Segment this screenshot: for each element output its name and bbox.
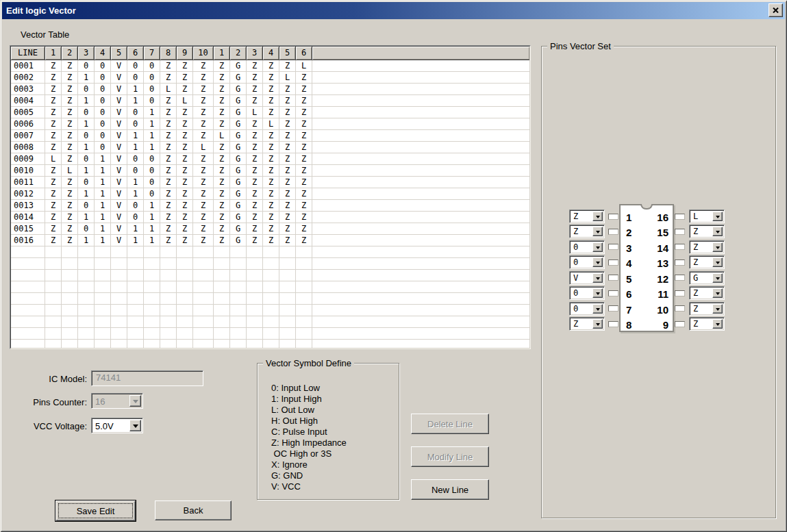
vector-value-cell: 1 [95, 188, 111, 200]
vector-value-cell [78, 246, 95, 258]
pin-6-select[interactable]: 0 [569, 286, 605, 300]
table-row[interactable]: 0009LZ01V00ZZZZGZZZZ [11, 153, 529, 165]
chevron-down-icon[interactable] [592, 242, 603, 252]
vector-value-cell: Z [247, 188, 263, 200]
table-row[interactable] [11, 340, 529, 349]
table-row[interactable]: 0012ZZ11V10ZZZZGZZZZ [11, 188, 529, 200]
vector-value-cell [78, 293, 95, 305]
pin-14-select[interactable]: Z [689, 240, 725, 254]
chevron-down-icon[interactable] [712, 319, 723, 329]
chevron-down-icon[interactable] [592, 288, 603, 298]
line-number-cell [11, 246, 45, 258]
chevron-down-icon[interactable] [712, 273, 723, 283]
table-row[interactable]: 0002ZZ10V00ZZZZGZZLZ [11, 72, 529, 84]
vector-value-cell: L [263, 118, 279, 130]
table-row[interactable]: 0010ZL11V00ZZZZGZZZZ [11, 165, 529, 177]
table-row[interactable]: 0007ZZ00V11ZZZLGZZZZ [11, 130, 529, 142]
titlebar[interactable]: Edit logic Vector [2, 2, 785, 19]
vector-value-cell: V [111, 60, 127, 72]
table-row[interactable] [11, 328, 529, 340]
vector-value-cell: Z [160, 188, 177, 200]
close-button[interactable] [769, 3, 783, 17]
ic-model-field[interactable]: 74141 [91, 370, 203, 386]
vector-value-cell: Z [296, 188, 312, 200]
vector-value-cell: 1 [95, 153, 111, 165]
table-row[interactable] [11, 270, 529, 281]
chevron-down-icon[interactable] [712, 227, 723, 236]
vector-value-cell [111, 316, 127, 328]
vector-value-cell: 0 [144, 84, 160, 95]
pin-8-select[interactable]: Z [569, 317, 605, 331]
table-row[interactable] [11, 258, 529, 270]
table-row[interactable]: 0015ZZ01V11ZZZZGZZZZ [11, 223, 529, 235]
chevron-down-icon[interactable] [129, 420, 141, 431]
chevron-down-icon[interactable] [592, 212, 603, 221]
vector-value-cell [247, 328, 263, 340]
chevron-down-icon[interactable] [592, 257, 603, 267]
chevron-down-icon[interactable] [592, 319, 603, 329]
vector-value-cell: Z [193, 72, 214, 84]
table-row[interactable]: 0016ZZ11V11ZZZZGZZZZ [11, 235, 529, 246]
vector-value-cell: L [160, 84, 177, 95]
table-row[interactable] [11, 246, 529, 258]
vcc-voltage-select[interactable]: 5.0V [91, 418, 143, 433]
vector-value-cell [127, 258, 144, 270]
table-row[interactable] [11, 305, 529, 316]
vector-value-cell: G [230, 223, 247, 235]
table-row[interactable]: 0006ZZ10V01ZZZZGZLZZ [11, 118, 529, 130]
table-row[interactable]: 0013ZZ01V01ZZZZGZZZZ [11, 200, 529, 212]
filler-cell [312, 212, 529, 223]
pin-2-select[interactable]: Z [569, 225, 605, 238]
pins-counter-select[interactable]: 16 [91, 393, 143, 409]
table-row[interactable]: 0005ZZ00V01ZZZZGLZZZ [11, 107, 529, 118]
pin-9-select[interactable]: Z [689, 317, 725, 331]
vector-value-cell [177, 293, 193, 305]
new-line-button[interactable]: New Line [411, 479, 489, 500]
vector-value-cell [263, 293, 279, 305]
table-row[interactable] [11, 293, 529, 305]
delete-line-button[interactable]: Delete Line [411, 414, 489, 434]
chevron-down-icon[interactable] [712, 257, 723, 267]
pin-1-select[interactable]: Z [569, 210, 605, 223]
chevron-down-icon[interactable] [592, 227, 603, 236]
chevron-down-icon[interactable] [712, 288, 723, 298]
vector-value-cell: 0 [78, 84, 95, 95]
chevron-down-icon[interactable] [592, 304, 603, 314]
pin-7-select[interactable]: 0 [569, 302, 605, 316]
vector-table-grid[interactable]: LINE12345678910123456 0001ZZ00V00ZZZZGZZ… [10, 45, 531, 349]
vector-value-cell: Z [279, 118, 296, 130]
vector-value-cell: 1 [127, 130, 144, 142]
chevron-down-icon[interactable] [712, 242, 723, 252]
save-edit-button[interactable]: Save Edit [55, 501, 136, 521]
vector-value-cell: Z [62, 72, 78, 84]
pin-13-select[interactable]: Z [689, 255, 725, 269]
table-row[interactable]: 0014ZZ11V01ZZZZGZZZZ [11, 212, 529, 223]
pin-10-select[interactable]: Z [689, 302, 725, 316]
pin-value: Z [693, 319, 698, 329]
table-row[interactable] [11, 316, 529, 328]
table-row[interactable]: 0004ZZ10V10ZLZZGZZZZ [11, 95, 529, 107]
table-row[interactable]: 0003ZZ00V10LZZZGZZZZ [11, 84, 529, 95]
pin-16-select[interactable]: L [689, 210, 725, 223]
vector-value-cell: V [111, 130, 127, 142]
modify-line-button[interactable]: Modify Line [411, 446, 489, 467]
chevron-down-icon[interactable] [712, 212, 723, 221]
pin-12-select[interactable]: G [689, 271, 725, 285]
pin-15-select[interactable]: Z [689, 225, 725, 238]
pin-4-select[interactable]: 0 [569, 255, 605, 269]
table-row[interactable]: 0001ZZ00V00ZZZZGZZZL [11, 60, 529, 72]
table-row[interactable]: 0011ZZ01V10ZZZZGZZZZ [11, 177, 529, 188]
vector-value-cell: Z [247, 118, 263, 130]
pin-number-16: 16 [647, 211, 669, 225]
chevron-down-icon[interactable] [129, 395, 141, 407]
vector-value-cell [78, 270, 95, 281]
table-row[interactable]: 0008ZZ10V11ZZLZGZZZZ [11, 142, 529, 153]
pin-3-select[interactable]: 0 [569, 240, 605, 254]
chevron-down-icon[interactable] [712, 304, 723, 314]
back-button[interactable]: Back [155, 501, 232, 520]
chevron-down-icon[interactable] [592, 273, 603, 283]
pin-11-select[interactable]: Z [689, 286, 725, 300]
table-row[interactable] [11, 281, 529, 293]
pin-5-select[interactable]: V [569, 271, 605, 285]
vector-value-cell [230, 328, 247, 340]
